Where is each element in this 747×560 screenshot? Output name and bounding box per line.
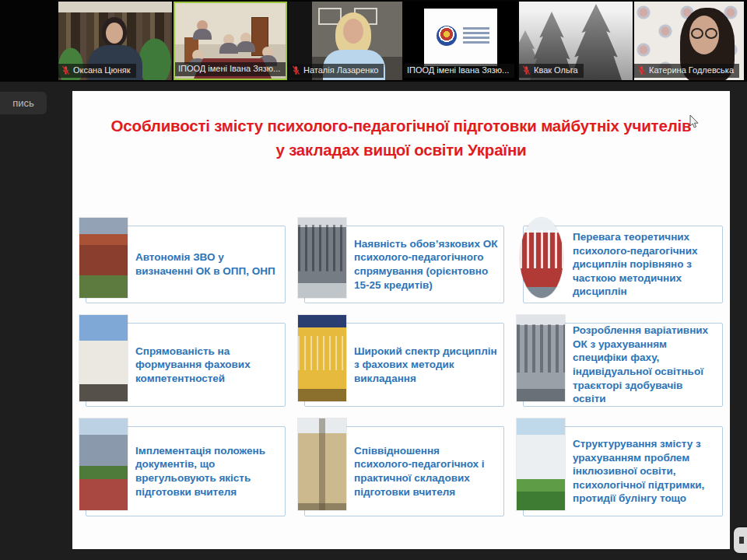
video-tile-kateryna[interactable]: Катерина Годлевська xyxy=(634,2,744,80)
red-white-building-photo xyxy=(520,218,563,298)
muted-mic-icon xyxy=(522,65,531,75)
participant-name: ІПООД імені Івана Зязю... xyxy=(178,63,280,75)
video-tile-kvak[interactable]: Квак Ольга xyxy=(519,2,633,80)
shared-screen-slide: Особливості змісту психолого-педагогічно… xyxy=(72,91,730,549)
glasses xyxy=(691,28,717,37)
card-text: Автономія ЗВО у визначенні ОК в ОПП, ОНП xyxy=(135,226,281,303)
slide-card: Автономія ЗВО у визначенні ОК в ОПП, ОНП xyxy=(78,218,287,303)
participant-name-tag: Квак Ольга xyxy=(519,64,584,78)
slide-title-line2: у закладах вищої освіти України xyxy=(72,138,730,163)
muted-mic-icon xyxy=(637,65,646,75)
slide-card: Перевага теоретичних психолого-педагогіч… xyxy=(515,218,724,303)
slide-card: Розроблення варіативних ОК з урахуванням… xyxy=(515,315,724,407)
gray-historic-building-photo xyxy=(298,218,346,298)
card-text: Структурування змісту з урахуванням проб… xyxy=(573,426,718,516)
recording-tooltip: пись xyxy=(0,92,47,114)
beige-corner-building-photo xyxy=(298,418,346,510)
participant-name: Катерина Годлевська xyxy=(649,65,734,76)
slide-title: Особливості змісту психолого-педагогічно… xyxy=(72,114,730,163)
slide-card: Наявність обов’язкових ОК психолого-педа… xyxy=(296,218,506,303)
institute-logo-card xyxy=(424,9,497,66)
campus-building-photo xyxy=(79,418,128,510)
participant-name: ІПООД імені Івана Зязю... xyxy=(407,65,509,76)
participant-name-tag: Катерина Годлевська xyxy=(634,64,739,78)
video-tile-oksana[interactable]: Оксана Цюняк xyxy=(58,2,172,80)
slide-card: Спрямованість на формування фахових комп… xyxy=(78,315,287,407)
muted-mic-icon xyxy=(292,65,300,75)
card-text: Спрямованість на формування фахових комп… xyxy=(135,323,281,407)
modern-white-building-photo xyxy=(517,418,565,510)
participant-name: Квак Ольга xyxy=(534,65,578,76)
slide-card: Імплементація положень документів, що вр… xyxy=(78,418,287,516)
participant-name: Оксана Цюняк xyxy=(73,65,131,76)
collapsed-panel-handle[interactable] xyxy=(734,527,747,553)
card-text: Співвідношення психолого-педагогічнох і … xyxy=(354,426,500,516)
red-brick-university-photo xyxy=(79,218,128,298)
participant-name-tag: ІПООД імені Івана Зязю... xyxy=(175,62,286,76)
yellow-baroque-building-photo xyxy=(298,315,346,401)
card-text: Наявність обов’язкових ОК психолого-педа… xyxy=(354,226,500,303)
slide-card: Структурування змісту з урахуванням проб… xyxy=(515,418,724,516)
mouse-cursor xyxy=(689,114,700,129)
card-text: Розроблення варіативних ОК з урахуванням… xyxy=(573,323,718,407)
muted-mic-icon xyxy=(61,65,70,75)
card-text: Імплементація положень документів, що вр… xyxy=(135,426,281,516)
video-thumbnail-strip: Оксана Цюняк ІПООД імені Івана Зязю... xyxy=(0,0,747,82)
card-text: Перевага теоретичних психолого-педагогіч… xyxy=(573,226,718,303)
slide-card: Широкий спектр дисциплін з фахових метод… xyxy=(296,315,506,407)
gray-columned-building-photo xyxy=(517,315,565,401)
participant-name-tag: ІПООД імені Івана Зязю... xyxy=(404,64,514,78)
white-building-photo xyxy=(79,315,128,401)
slide-card-grid: Автономія ЗВО у визначенні ОК в ОПП, ОНП… xyxy=(78,218,724,516)
video-tile-natalia[interactable]: Наталія Лазаренко xyxy=(289,2,402,80)
participant-name-tag: Оксана Цюняк xyxy=(58,64,136,78)
card-text: Широкий спектр дисциплін з фахових метод… xyxy=(354,323,500,407)
participant-name: Наталія Лазаренко xyxy=(303,65,378,76)
slide-card: Співвідношення психолого-педагогічнох і … xyxy=(296,418,506,516)
video-tile-ipood-room[interactable]: ІПООД імені Івана Зязю... xyxy=(174,2,287,80)
institute-emblem-icon xyxy=(437,26,457,46)
slide-title-line1: Особливості змісту психолого-педагогічно… xyxy=(72,114,730,138)
video-tile-ipood-logo[interactable]: ІПООД імені Івана Зязю... xyxy=(404,2,517,80)
participant-name-tag: Наталія Лазаренко xyxy=(289,64,384,78)
